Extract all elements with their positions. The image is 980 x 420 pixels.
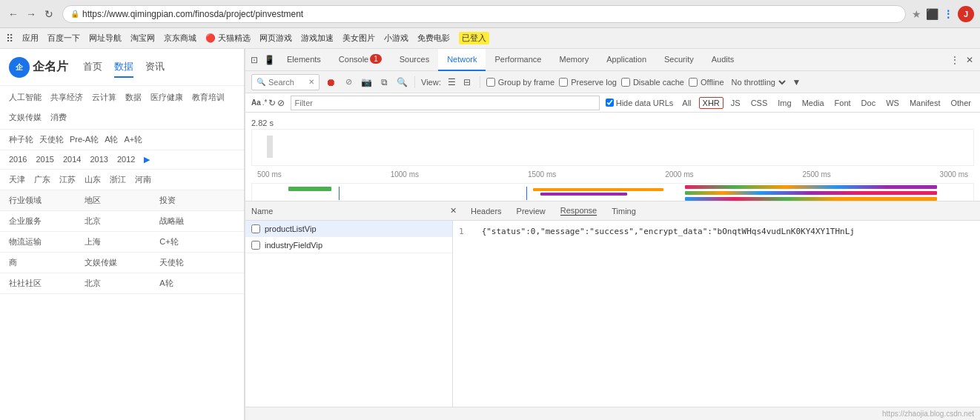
bookmark-item-9[interactable]: 美女图片 [342, 33, 375, 44]
search-input[interactable] [268, 78, 305, 87]
back-button[interactable]: ← [6, 7, 21, 21]
hide-data-urls-checkbox[interactable] [606, 99, 614, 107]
bookmark-item-7[interactable]: 网页游戏 [259, 33, 292, 44]
category-sharing[interactable]: 共享经济 [50, 92, 83, 103]
type-ws[interactable]: WS [883, 98, 902, 108]
close-search-icon[interactable]: ✕ [308, 78, 314, 86]
refresh-button[interactable]: ↻ [42, 7, 56, 21]
col-response-header[interactable]: Response [560, 206, 597, 216]
list-view-icon[interactable]: ☰ [446, 76, 459, 89]
throttle-select[interactable]: No throttling [729, 77, 788, 87]
bookmark-item-4[interactable]: 淘宝网 [130, 33, 155, 44]
type-doc[interactable]: Doc [858, 98, 879, 108]
tag-a[interactable]: A轮 [105, 134, 118, 145]
site-nav-news[interactable]: 资讯 [145, 57, 165, 78]
region-tianjin[interactable]: 天津 [9, 174, 25, 185]
table-row[interactable]: 社社社区 北京 A轮 [0, 273, 244, 294]
request-item-1[interactable]: productListVip [245, 221, 452, 237]
camera-button[interactable]: 📷 [360, 76, 373, 89]
tab-network[interactable]: Network [438, 49, 486, 71]
filter-input[interactable] [294, 99, 595, 107]
tag-aplus[interactable]: A+轮 [124, 134, 142, 145]
bookmark-item-10[interactable]: 小游戏 [384, 33, 408, 44]
address-bar[interactable]: 🔒 https://www.qimingpian.com/finosda/pro… [62, 5, 906, 23]
year-2013[interactable]: 2013 [90, 155, 107, 164]
search-box[interactable]: 🔍 ✕ [251, 74, 320, 90]
year-2014[interactable]: 2014 [63, 155, 81, 164]
close-panel-button[interactable]: ✕ [450, 206, 465, 216]
type-css[interactable]: CSS [748, 98, 771, 108]
request-checkbox-2[interactable] [251, 241, 260, 250]
inspect-icon[interactable]: ⊡ [248, 54, 260, 66]
devtools-more-icon[interactable]: ⋮ [947, 55, 962, 65]
user-avatar[interactable]: J [958, 6, 974, 22]
bookmark-item-1[interactable]: 应用 [22, 33, 39, 44]
year-2015[interactable]: 2015 [36, 155, 53, 164]
type-js[interactable]: JS [728, 98, 744, 108]
bookmark-star-icon[interactable]: ★ [912, 8, 921, 20]
extensions-icon[interactable]: ⬛ [926, 8, 938, 20]
offline-checkbox[interactable] [689, 78, 698, 87]
table-row[interactable]: 企业服务 北京 战略融 [0, 211, 244, 232]
throttle-dropdown-icon[interactable]: ▼ [792, 77, 801, 87]
region-jiangsu[interactable]: 江苏 [59, 174, 76, 185]
bookmark-item-2[interactable]: 百度一下 [47, 33, 80, 44]
chrome-menu-icon[interactable]: ⋮ [943, 8, 953, 20]
col-preview-header[interactable]: Preview [517, 207, 546, 216]
site-nav-data[interactable]: 数据 [114, 57, 133, 78]
tag-angel[interactable]: 天使轮 [39, 134, 64, 145]
screenshot-view-icon[interactable]: ⊟ [460, 76, 474, 89]
type-manifest[interactable]: Manifest [907, 98, 944, 108]
tag-seed[interactable]: 种子轮 [9, 134, 33, 145]
disable-cache-checkbox[interactable] [621, 78, 630, 87]
type-all[interactable]: All [679, 98, 694, 108]
category-health[interactable]: 医疗健康 [150, 92, 183, 103]
table-row[interactable]: 商 文娱传媒 天使轮 [0, 253, 244, 273]
category-ai[interactable]: 人工智能 [9, 92, 42, 103]
type-font[interactable]: Font [832, 98, 854, 108]
tab-audits[interactable]: Audits [703, 49, 744, 71]
block-icon[interactable]: ⊘ [277, 98, 285, 108]
year-2012[interactable]: 2012 [117, 155, 135, 164]
tab-elements[interactable]: Elements [278, 49, 330, 71]
request-checkbox-1[interactable] [251, 224, 260, 233]
category-cloud[interactable]: 云计算 [92, 92, 116, 103]
category-data[interactable]: 数据 [125, 92, 142, 103]
request-item-2[interactable]: industryFieldVip [245, 237, 452, 253]
site-nav-home[interactable]: 首页 [83, 57, 102, 78]
col-name-header[interactable]: Name [251, 207, 444, 216]
search-toolbar-button[interactable]: 🔍 [395, 76, 408, 89]
tab-console[interactable]: Console 1 [330, 49, 391, 71]
refresh-filter-icon[interactable]: ↻ [268, 98, 276, 108]
region-shandong[interactable]: 山东 [85, 174, 101, 185]
tab-application[interactable]: Application [597, 49, 655, 71]
record-button[interactable]: ⏺ [324, 76, 337, 89]
type-other[interactable]: Other [947, 98, 974, 108]
tab-security[interactable]: Security [655, 49, 703, 71]
preserve-log-checkbox[interactable] [559, 78, 568, 87]
mobile-icon[interactable]: 📱 [263, 54, 275, 66]
bookmark-item-8[interactable]: 游戏加速 [301, 33, 334, 44]
tab-memory[interactable]: Memory [550, 49, 597, 71]
regex-icon[interactable]: .* [262, 99, 268, 107]
category-consumer[interactable]: 消费 [50, 112, 67, 123]
tab-performance[interactable]: Performance [486, 49, 550, 71]
devtools-close-button[interactable]: ✕ [962, 53, 977, 67]
stop-button[interactable]: ⊘ [342, 76, 355, 89]
forward-button[interactable]: → [24, 7, 39, 21]
bookmark-item-3[interactable]: 网址导航 [89, 33, 122, 44]
type-img[interactable]: Img [775, 98, 794, 108]
category-media[interactable]: 文娱传媒 [9, 112, 42, 123]
bookmark-item-11[interactable]: 免费电影 [417, 33, 450, 44]
type-xhr[interactable]: XHR [699, 97, 724, 109]
type-media[interactable]: Media [799, 98, 827, 108]
col-timing-header[interactable]: Timing [612, 207, 636, 216]
col-headers-header[interactable]: Headers [471, 207, 502, 216]
region-guangdong[interactable]: 广东 [34, 174, 50, 185]
bookmark-item-5[interactable]: 京东商城 [164, 33, 196, 44]
year-2016[interactable]: 2016 [9, 155, 27, 164]
tab-sources[interactable]: Sources [391, 49, 438, 71]
group-by-frame-checkbox[interactable] [486, 78, 495, 87]
bookmark-item-6[interactable]: 🔴 天猫精选 [205, 33, 251, 44]
table-row[interactable]: 物流运输 上海 C+轮 [0, 232, 244, 253]
